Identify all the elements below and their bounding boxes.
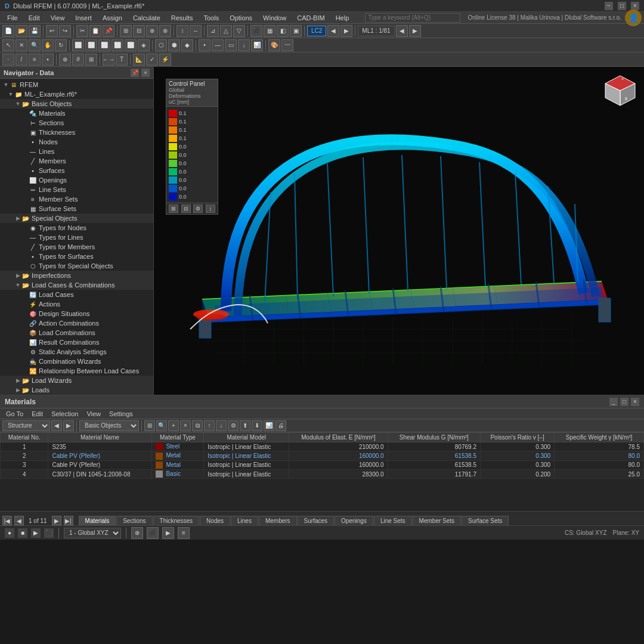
tree-design-situations[interactable]: 🎯 Design Situations bbox=[0, 309, 153, 318]
tree-static-analysis[interactable]: ⚙ Static Analysis Settings bbox=[0, 347, 153, 357]
snap-btn[interactable]: ⊕ bbox=[59, 54, 71, 66]
grid-btn[interactable]: # bbox=[72, 54, 84, 66]
cp-btn-1[interactable]: ⊞ bbox=[169, 205, 178, 213]
tb-btn-14[interactable]: ▦ bbox=[264, 25, 275, 37]
new-btn[interactable]: 📄 bbox=[2, 25, 14, 37]
tree-linesets[interactable]: ═ Line Sets bbox=[0, 185, 153, 194]
tree-comb-wizards[interactable]: 🧙 Combination Wizards bbox=[0, 357, 153, 366]
select-btn[interactable]: ↖ bbox=[2, 39, 14, 51]
nav-tree[interactable]: ▼ 🖥 RFEM ▼ 📁 ML-_Example.rf6* ▼ 📂 Basic … bbox=[0, 79, 153, 395]
status-btn-1[interactable]: ⊕ bbox=[131, 527, 143, 539]
menu-options[interactable]: Options bbox=[225, 13, 257, 23]
deselect-btn[interactable]: ✕ bbox=[16, 39, 27, 51]
tree-lc-load-combinations[interactable]: 📦 Load Combinations bbox=[0, 328, 153, 338]
tb-btn-10[interactable]: ⊿ bbox=[207, 25, 219, 37]
mat-menu-edit[interactable]: Edit bbox=[28, 410, 47, 418]
mat-copy-btn[interactable]: ⧉ bbox=[192, 420, 203, 431]
surface-vis[interactable]: ▭ bbox=[225, 39, 237, 51]
mat-filter-dropdown[interactable]: Basic Objects bbox=[79, 420, 139, 431]
tree-basic-objects[interactable]: ▼ 📂 Basic Objects bbox=[0, 99, 153, 109]
tree-types-nodes[interactable]: ◉ Types for Nodes bbox=[0, 223, 153, 233]
maximize-button[interactable]: □ bbox=[618, 2, 626, 10]
menu-view[interactable]: View bbox=[46, 13, 70, 23]
tree-types-members[interactable]: ╱ Types for Members bbox=[0, 242, 153, 252]
status-btn-2[interactable]: ⬛ bbox=[147, 527, 159, 539]
tree-types-surfaces[interactable]: ▪ Types for Surfaces bbox=[0, 252, 153, 261]
page-prev[interactable]: ◀ bbox=[14, 516, 24, 525]
draw-node[interactable]: · bbox=[2, 54, 14, 66]
zoom-btn[interactable]: 🔍 bbox=[29, 39, 41, 51]
page-first[interactable]: |◀ bbox=[2, 516, 12, 525]
tb-btn-7[interactable]: ⊗ bbox=[159, 25, 171, 37]
load-vis[interactable]: ↓ bbox=[238, 39, 250, 51]
menu-tools[interactable]: Tools bbox=[199, 13, 224, 23]
save-btn[interactable]: 💾 bbox=[29, 25, 41, 37]
member-vis[interactable]: — bbox=[212, 39, 224, 51]
tree-types-special[interactable]: ⬡ Types for Special Objects bbox=[0, 261, 153, 271]
solid-btn[interactable]: ⬢ bbox=[168, 39, 180, 51]
mat-move-up-btn[interactable]: ↑ bbox=[204, 420, 215, 431]
status-btn-4[interactable]: ≡ bbox=[178, 527, 190, 539]
tree-result-combinations[interactable]: 📊 Result Combinations bbox=[0, 338, 153, 347]
minimize-button[interactable]: − bbox=[605, 2, 613, 10]
table-row[interactable]: 1 S235 Steel Isotropic | Linear Elastic … bbox=[1, 442, 644, 451]
pan-btn[interactable]: ✋ bbox=[42, 39, 54, 51]
tb-btn-15[interactable]: ◧ bbox=[277, 25, 289, 37]
status-icon-3[interactable]: ▶ bbox=[31, 528, 41, 538]
menu-calculate[interactable]: Calculate bbox=[128, 13, 165, 23]
view-left[interactable]: ⬜ bbox=[98, 39, 110, 51]
table-row[interactable]: 3 Cable PV (Pfeifer) Metal Isotropic | L… bbox=[1, 460, 644, 469]
tree-openings[interactable]: ⬜ Openings bbox=[0, 175, 153, 185]
mat-move-dn-btn[interactable]: ↓ bbox=[216, 420, 227, 431]
tb-btn-8[interactable]: ↕ bbox=[177, 25, 188, 37]
navigator-close[interactable]: × bbox=[141, 69, 150, 77]
mat-delete-btn[interactable]: × bbox=[180, 420, 191, 431]
status-icon-2[interactable]: ■ bbox=[18, 528, 27, 538]
tree-rfem[interactable]: ▼ 🖥 RFEM bbox=[0, 80, 153, 89]
status-btn-3[interactable]: ▶ bbox=[162, 527, 174, 539]
tree-loads[interactable]: ▶ 📂 Loads bbox=[0, 385, 153, 395]
ortho-btn[interactable]: ⊞ bbox=[85, 54, 97, 66]
tree-materials[interactable]: 🔩 Materials bbox=[0, 109, 153, 118]
tb-btn-4[interactable]: ⊞ bbox=[120, 25, 132, 37]
dim-btn[interactable]: ←→ bbox=[103, 54, 114, 66]
tree-load-combinations[interactable]: ▼ 📂 Load Cases & Combinations bbox=[0, 280, 153, 290]
annot-btn[interactable]: T bbox=[116, 54, 128, 66]
render-btn[interactable]: ◆ bbox=[181, 39, 193, 51]
view-front[interactable]: ⬜ bbox=[72, 39, 84, 51]
tree-surfaces[interactable]: ▪ Surfaces bbox=[0, 166, 153, 175]
tb-btn-3[interactable]: 📌 bbox=[103, 25, 114, 37]
tree-load-wizards[interactable]: ▶ 📂 Load Wizards bbox=[0, 376, 153, 385]
mat-tb-next[interactable]: ▶ bbox=[63, 420, 74, 431]
tb-btn-12[interactable]: ▽ bbox=[233, 25, 245, 37]
tree-lines[interactable]: — Lines bbox=[0, 147, 153, 156]
mat-import-btn[interactable]: ⬇ bbox=[252, 420, 262, 431]
tab-membersets[interactable]: Member Sets bbox=[413, 516, 461, 525]
tree-actions[interactable]: ⚡ Actions bbox=[0, 299, 153, 309]
tree-special-objects[interactable]: ▶ 📂 Special Objects bbox=[0, 213, 153, 223]
draw-member[interactable]: ≡ bbox=[29, 54, 41, 66]
undo-btn[interactable]: ↩ bbox=[46, 25, 58, 37]
mat-menu-settings[interactable]: Settings bbox=[106, 410, 137, 418]
tab-openings[interactable]: Openings bbox=[335, 516, 373, 525]
tb-btn-16[interactable]: ▣ bbox=[290, 25, 302, 37]
mat-menu-selection[interactable]: Selection bbox=[48, 410, 82, 418]
rotate-btn[interactable]: ↻ bbox=[55, 39, 67, 51]
view-right[interactable]: ⬜ bbox=[112, 39, 123, 51]
tb-btn-13[interactable]: ⬛ bbox=[250, 25, 262, 37]
cp-btn-4[interactable]: ↕ bbox=[206, 205, 215, 213]
tb-btn-5[interactable]: ⊟ bbox=[133, 25, 145, 37]
mat-close[interactable]: × bbox=[631, 398, 639, 406]
tree-rel-between-lc[interactable]: 🔀 Relationship Between Load Cases bbox=[0, 366, 153, 376]
ml-next[interactable]: ▶ bbox=[409, 25, 421, 37]
tab-thicknesses[interactable]: Thicknesses bbox=[153, 516, 200, 525]
lc-prev[interactable]: ◀ bbox=[327, 25, 339, 37]
mat-filter-btn[interactable]: ⊞ bbox=[144, 420, 155, 431]
tree-imperfections[interactable]: ▶ 📂 Imperfections bbox=[0, 271, 153, 280]
calc-btn[interactable]: ⚡ bbox=[159, 54, 171, 66]
measure-btn[interactable]: 📐 bbox=[133, 54, 145, 66]
viewport[interactable]: Control Panel Global Deformations uC [mm… bbox=[154, 67, 644, 395]
result-vis[interactable]: 📊 bbox=[251, 39, 263, 51]
navigator-pin[interactable]: 📌 bbox=[131, 69, 139, 77]
tab-sections[interactable]: Sections bbox=[116, 516, 152, 525]
